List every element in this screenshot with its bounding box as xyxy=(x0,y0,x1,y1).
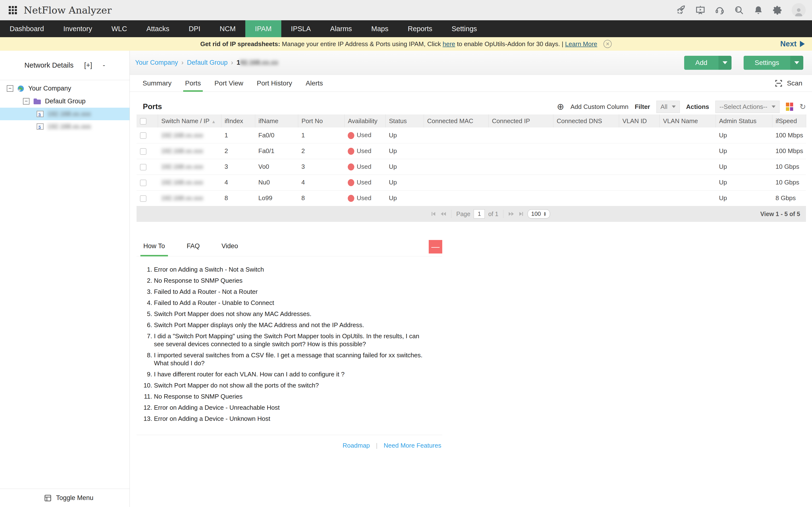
filter-select[interactable]: All xyxy=(656,101,680,113)
column-header[interactable]: ifSpeed xyxy=(772,114,806,127)
row-checkbox[interactable] xyxy=(140,164,146,170)
column-header[interactable]: Connected IP xyxy=(489,114,553,127)
nav-item[interactable]: Alarms xyxy=(320,20,361,37)
column-header[interactable]: Status xyxy=(386,114,424,127)
column-header[interactable]: Availability xyxy=(344,114,386,127)
add-dropdown-arrow[interactable] xyxy=(718,56,731,70)
settings-dropdown-arrow[interactable] xyxy=(790,56,803,70)
need-more-features-link[interactable]: Need More Features xyxy=(384,442,441,449)
nav-item[interactable]: IPSLA xyxy=(281,20,320,37)
add-icon[interactable]: ⊕ xyxy=(557,102,564,111)
row-checkbox[interactable] xyxy=(140,180,146,186)
add-button[interactable]: Add xyxy=(684,56,731,70)
help-collapse-button[interactable]: — xyxy=(429,240,442,253)
collapse-node-icon[interactable]: − xyxy=(23,98,30,105)
device-tab[interactable]: Alerts xyxy=(306,75,323,92)
column-header[interactable]: Admin Status xyxy=(716,114,772,127)
apps-grid-icon[interactable] xyxy=(9,6,17,14)
column-header[interactable]: Connected DNS xyxy=(553,114,619,127)
previous-page-icon[interactable] xyxy=(440,211,446,217)
add-custom-column-button[interactable]: Add Custom Column xyxy=(570,103,628,111)
first-page-icon[interactable] xyxy=(430,211,437,217)
nav-item[interactable]: Maps xyxy=(361,20,398,37)
device-tab[interactable]: Port History xyxy=(257,75,292,92)
help-topic-link[interactable]: Switch Port Mapper displays only the MAC… xyxy=(154,321,429,329)
scan-button[interactable]: Scan xyxy=(774,75,802,92)
toggle-menu-button[interactable]: Toggle Menu xyxy=(0,489,130,507)
table-row[interactable]: 192.168.xx.xxx 8 Lo99 8 Used Up Up 8 Gbp… xyxy=(137,190,806,206)
help-topic-link[interactable]: I have different router for each VLAN. H… xyxy=(154,370,429,378)
device-tab[interactable]: Port View xyxy=(214,75,243,92)
nav-item[interactable]: DPI xyxy=(179,20,210,37)
nav-item[interactable]: WLC xyxy=(102,20,137,37)
settings-gear-icon[interactable] xyxy=(772,5,783,15)
demo-screen-icon[interactable] xyxy=(695,5,706,15)
tree-node-default-group[interactable]: − Default Group xyxy=(0,95,130,108)
column-header[interactable]: ifName xyxy=(255,114,298,127)
row-checkbox[interactable] xyxy=(140,148,146,155)
banner-here-link[interactable]: here xyxy=(443,40,455,48)
nav-item[interactable]: Inventory xyxy=(54,20,102,37)
collapse-node-icon[interactable]: − xyxy=(7,85,13,92)
device-tab[interactable]: Summary xyxy=(143,75,171,92)
banner-next-button[interactable]: Next xyxy=(780,37,805,51)
help-topic-link[interactable]: No Response to SNMP Queries xyxy=(154,277,429,285)
row-checkbox[interactable] xyxy=(140,195,146,202)
column-header[interactable]: Switch Name / IP▲ xyxy=(158,114,221,127)
refresh-icon[interactable]: ↻ xyxy=(800,102,806,111)
help-topic-link[interactable]: I imported several switches from a CSV f… xyxy=(154,351,429,367)
help-topic-link[interactable]: Failed to Add a Router - Unable to Conne… xyxy=(154,299,429,307)
nav-item[interactable]: Attacks xyxy=(137,20,179,37)
tree-node-device[interactable]: S 192.168.xx.xxx xyxy=(0,108,130,120)
page-size-select[interactable]: 100 ▲▼ xyxy=(527,209,550,219)
help-topic-link[interactable]: Failed to Add a Router - Not a Router xyxy=(154,288,429,296)
table-row[interactable]: 192.168.xx.xxx 2 Fa0/1 2 Used Up Up 100 … xyxy=(137,143,806,159)
banner-close-icon[interactable]: ✕ xyxy=(603,40,612,48)
device-tab[interactable]: Ports xyxy=(185,75,201,92)
expand-all-control[interactable]: [+] xyxy=(84,61,92,69)
settings-button[interactable]: Settings xyxy=(744,56,803,70)
help-tab[interactable]: FAQ xyxy=(187,237,200,257)
breadcrumb-your-company[interactable]: Your Company xyxy=(135,59,178,66)
actions-select[interactable]: --Select Actions-- xyxy=(715,101,779,113)
select-all-checkbox[interactable] xyxy=(140,118,146,125)
column-header[interactable]: VLAN Name xyxy=(660,114,716,127)
last-page-icon[interactable] xyxy=(518,211,524,217)
rocket-icon[interactable] xyxy=(676,5,686,15)
banner-learn-more-link[interactable]: Learn More xyxy=(565,40,597,48)
next-page-icon[interactable] xyxy=(508,211,514,217)
notifications-bell-icon[interactable] xyxy=(753,5,764,15)
roadmap-link[interactable]: Roadmap xyxy=(343,442,370,449)
column-header[interactable]: ifIndex xyxy=(221,114,255,127)
nav-item[interactable]: Settings xyxy=(442,20,487,37)
table-row[interactable]: 192.168.xx.xxx 1 Fa0/0 1 Used Up Up 100 … xyxy=(137,127,806,143)
help-topic-link[interactable]: Switch Port Mapper do not show all the p… xyxy=(154,382,429,389)
table-row[interactable]: 192.168.xx.xxx 3 Vo0 3 Used Up Up 10 Gbp… xyxy=(137,159,806,175)
help-topic-link[interactable]: Error on Adding a Device - Unknown Host xyxy=(154,415,429,423)
breadcrumb-default-group[interactable]: Default Group xyxy=(187,59,227,66)
table-row[interactable]: 192.168.xx.xxx 4 Nu0 4 Used Up Up 10 Gbp… xyxy=(137,175,806,190)
page-number-input[interactable] xyxy=(474,209,485,219)
column-header[interactable]: Port No xyxy=(298,114,344,127)
help-topic-link[interactable]: Error on Adding a Device - Unreachable H… xyxy=(154,404,429,412)
column-header[interactable]: VLAN ID xyxy=(619,114,660,127)
column-chooser-icon[interactable] xyxy=(786,103,793,111)
help-topic-link[interactable]: No Response to SNMP Queries xyxy=(154,393,429,400)
row-checkbox[interactable] xyxy=(140,132,146,139)
help-topic-link[interactable]: Error on Adding a Switch - Not a Switch xyxy=(154,266,429,274)
help-tab[interactable]: Video xyxy=(221,237,238,257)
help-topic-link[interactable]: Switch Port Mapper does not show any MAC… xyxy=(154,310,429,318)
user-avatar[interactable] xyxy=(792,3,806,17)
help-tab[interactable]: How To xyxy=(143,237,165,257)
nav-item[interactable]: IPAM xyxy=(245,20,281,37)
search-icon[interactable] xyxy=(734,5,744,15)
column-header[interactable]: Connected MAC xyxy=(424,114,489,127)
help-topic-link[interactable]: I did a "Switch Port Mapping" using the … xyxy=(154,332,429,348)
support-headset-icon[interactable] xyxy=(714,5,725,15)
nav-item[interactable]: Dashboard xyxy=(0,20,54,37)
tree-node-device[interactable]: S 192.168.xx.xxx xyxy=(0,120,130,133)
collapse-all-control[interactable]: - xyxy=(103,61,105,69)
nav-item[interactable]: NCM xyxy=(210,20,245,37)
nav-item[interactable]: Reports xyxy=(398,20,442,37)
tree-node-company[interactable]: − Your Company xyxy=(0,82,130,95)
